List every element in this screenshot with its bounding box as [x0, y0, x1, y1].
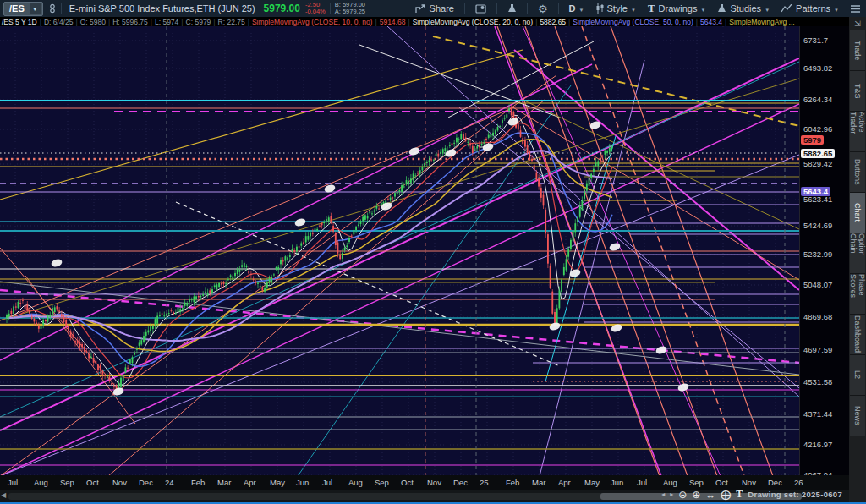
- divider: |: [535, 18, 537, 26]
- symbol-text: /ES: [9, 3, 25, 14]
- date-tick: Apr: [244, 478, 256, 487]
- divider: [558, 3, 559, 14]
- divider: |: [181, 18, 183, 26]
- timeframe-button[interactable]: D▼: [563, 0, 590, 17]
- date-tick: Dec: [768, 478, 782, 487]
- status-segment: 5914.68: [380, 18, 406, 26]
- studies-flask-icon: [717, 3, 726, 14]
- divider: |: [151, 18, 152, 26]
- pan-right-icon[interactable]: ▸: [670, 490, 673, 498]
- divider: |: [725, 18, 726, 26]
- pan-mode-icon[interactable]: ↔: [705, 489, 715, 501]
- price-axis-label: 4697.59: [803, 345, 832, 354]
- date-tick: Sep: [375, 478, 389, 487]
- divider: [464, 3, 465, 14]
- divider: |: [696, 18, 698, 26]
- studies-button[interactable]: Studies▼: [711, 0, 776, 17]
- divider: [496, 3, 497, 14]
- price-axis-label: 6264.34: [803, 95, 832, 104]
- date-tick: Nov: [742, 478, 756, 487]
- patterns-button[interactable]: Patterns▼: [776, 0, 845, 17]
- sidebar-tab-t-s[interactable]: T&S: [850, 71, 865, 112]
- drawing-set-label: Drawing set: 2025-0607: [748, 490, 842, 499]
- analysis-tools-button[interactable]: [502, 0, 523, 17]
- chart-status-bar: /ES 5 Y 1D|D: 6/4/25|O: 5980|H: 5996.75|…: [0, 17, 851, 26]
- status-segment: D: 6/4/25: [44, 18, 74, 26]
- sidebar-tab-active-trader[interactable]: Active Trader: [850, 112, 865, 152]
- zoom-in-icon[interactable]: ⊕: [692, 489, 700, 501]
- price-axis[interactable]: 6731.76493.826264.346042.965829.425623.4…: [799, 26, 850, 475]
- sidebar-tab-phase-scores[interactable]: Phase Scores: [850, 274, 865, 315]
- date-tick: Aug: [348, 478, 363, 487]
- gear-icon: ⚙: [538, 3, 548, 15]
- divider: |: [568, 18, 570, 26]
- date-tick: Mar: [217, 478, 231, 487]
- date-tick: Jun: [611, 478, 623, 487]
- sidebar-tab-buttons[interactable]: Buttons: [850, 152, 865, 193]
- hamburger-icon: [851, 5, 860, 13]
- symbol-dropdown-icon[interactable]: ▼: [30, 3, 41, 14]
- sidebar-tab-news[interactable]: News: [850, 396, 865, 436]
- crosshair-icon[interactable]: ⨁: [721, 489, 731, 501]
- divider: [330, 3, 331, 14]
- style-button[interactable]: Style▼: [590, 0, 642, 17]
- date-tick: 24: [165, 478, 174, 487]
- status-segment: /ES 5 Y 1D: [2, 18, 37, 26]
- drawings-button[interactable]: T Drawings▼: [642, 0, 711, 17]
- text-note-icon[interactable]: T: [736, 488, 743, 501]
- price-axis-label: 6493.82: [803, 63, 832, 73]
- settings-button[interactable]: ⚙: [532, 0, 554, 17]
- divider: |: [408, 18, 409, 26]
- date-tick: Nov: [112, 478, 127, 487]
- menu-button[interactable]: [845, 0, 866, 17]
- window-alert-icon: [475, 4, 486, 14]
- status-segment: SimpleMovingAvg ...: [729, 18, 794, 26]
- price-change: -2.50 -0.04%: [305, 2, 326, 15]
- chart-canvas[interactable]: [0, 26, 799, 475]
- link-icon[interactable]: [48, 3, 57, 14]
- date-tick: Aug: [34, 478, 48, 487]
- price-axis-label: 5829.42: [803, 159, 832, 168]
- status-segment: SimpleMovingAvg (CLOSE, 10, 0, no): [252, 18, 373, 26]
- date-tick: May: [270, 478, 285, 487]
- toolbar-right-group: Share ⚙ D▼ Style▼ T D: [409, 0, 866, 17]
- top-toolbar: /ES ▼ E-mini S&P 500 Index Futures,ETH (…: [0, 0, 866, 17]
- date-tick: Aug: [663, 478, 677, 487]
- price-axis-label: 4371.44: [803, 409, 832, 419]
- date-tick: Nov: [427, 478, 441, 487]
- divider: |: [75, 18, 77, 26]
- status-segment: SimpleMovingAvg (CLOSE, 50, 0, no): [573, 18, 693, 26]
- date-tick: 26: [794, 478, 803, 487]
- divider: [527, 3, 528, 14]
- price-badge: 5979: [801, 135, 824, 145]
- sidebar-tabs: ⇲ TradeT&SActive TraderButtonsChartOptio…: [849, 17, 866, 504]
- sidebar-tab-trade[interactable]: Trade: [850, 30, 865, 71]
- zoom-out-icon[interactable]: ⊝: [678, 489, 687, 501]
- date-tick: Jun: [296, 478, 309, 487]
- alerts-button[interactable]: [469, 0, 492, 17]
- scroll-left-icon[interactable]: ◀: [1, 491, 6, 499]
- symbol-input[interactable]: /ES ▼: [3, 2, 43, 16]
- sidebar-tab-dashboard[interactable]: Dashboard: [850, 315, 865, 355]
- sidebar-tab-chart[interactable]: Chart: [850, 193, 865, 233]
- divider: |: [40, 18, 41, 26]
- expand-icon[interactable]: ⇲: [849, 17, 866, 30]
- chart-scrollbar[interactable]: ◀ ◂ ▸ ⊝ ⊕ ↔ ⨁ T Drawing set: 2025-0607: [0, 490, 849, 502]
- sidebar-tab-option-chain[interactable]: Option Chain: [850, 233, 865, 274]
- status-segment: 5643.4: [700, 18, 722, 26]
- date-tick: Feb: [506, 478, 519, 487]
- status-segment: C: 5979: [186, 18, 211, 26]
- share-icon: [415, 4, 426, 14]
- price-axis-label: 6731.7: [803, 36, 828, 45]
- pattern-zigzag-icon: [781, 4, 792, 13]
- price-axis-label: 5232.99: [803, 249, 832, 259]
- pan-left-icon[interactable]: ◂: [661, 490, 665, 498]
- share-button[interactable]: Share: [409, 0, 460, 17]
- bid-ask: B: 5979.00 A: 5979.25: [335, 2, 365, 15]
- date-tick: Dec: [453, 478, 468, 487]
- sidebar-tab-l2[interactable]: L2: [850, 355, 865, 396]
- instrument-title: E-mini S&P 500 Index Futures,ETH (JUN 25…: [69, 3, 255, 14]
- date-tick: 25: [480, 478, 489, 487]
- divider: |: [213, 18, 215, 26]
- last-price: 5979.00: [264, 3, 300, 14]
